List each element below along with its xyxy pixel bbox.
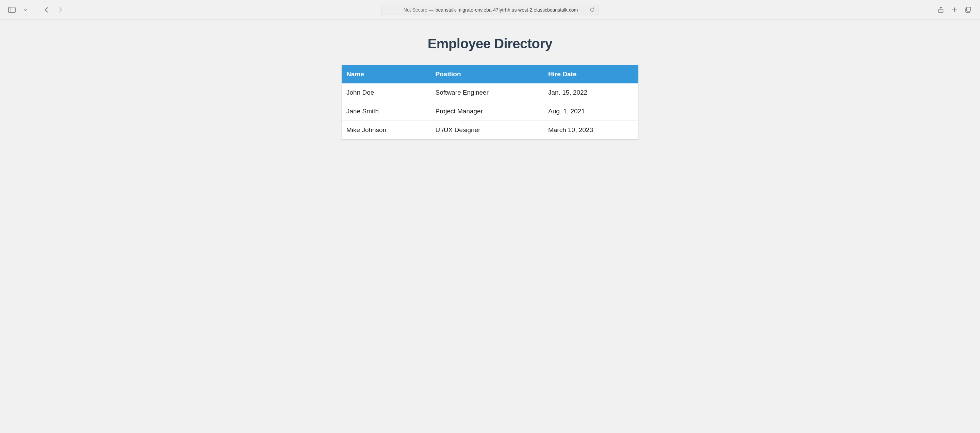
new-tab-button[interactable] xyxy=(949,4,960,16)
employee-table-container: Name Position Hire Date John Doe Softwar… xyxy=(342,65,638,139)
page-title: Employee Directory xyxy=(428,36,553,51)
column-header-name: Name xyxy=(342,65,431,83)
browser-toolbar: Not Secure — beanstalk-migrate-env.eba-4… xyxy=(0,0,980,20)
cell-name: Mike Johnson xyxy=(342,121,431,140)
address-bar[interactable]: Not Secure — beanstalk-migrate-env.eba-4… xyxy=(381,5,599,15)
svg-rect-0 xyxy=(8,7,15,13)
table-row: Mike Johnson UI/UX Designer March 10, 20… xyxy=(342,121,638,140)
tabs-overview-button[interactable] xyxy=(962,4,974,16)
cell-position: Project Manager xyxy=(431,102,543,121)
back-button[interactable] xyxy=(41,4,52,16)
column-header-position: Position xyxy=(431,65,543,83)
forward-button[interactable] xyxy=(54,4,66,16)
cell-name: John Doe xyxy=(342,83,431,102)
table-header-row: Name Position Hire Date xyxy=(342,65,638,83)
toolbar-left xyxy=(6,4,74,16)
reload-button[interactable] xyxy=(588,6,596,14)
column-header-hire-date: Hire Date xyxy=(543,65,638,83)
cell-name: Jane Smith xyxy=(342,102,431,121)
address-text: Not Secure — beanstalk-migrate-env.eba-4… xyxy=(404,7,578,13)
cell-hire-date: Aug. 1, 2021 xyxy=(543,102,638,121)
share-button[interactable] xyxy=(935,4,947,16)
tab-group-menu-button[interactable] xyxy=(20,4,31,16)
cell-position: Software Engineer xyxy=(431,83,543,102)
employee-table: Name Position Hire Date John Doe Softwar… xyxy=(342,65,638,139)
address-host: beanstalk-migrate-env.eba-47fytrhh.us-we… xyxy=(436,7,578,13)
address-security-label: Not Secure — xyxy=(404,7,434,13)
cell-position: UI/UX Designer xyxy=(431,121,543,140)
cell-hire-date: March 10, 2023 xyxy=(543,121,638,140)
page-body: Employee Directory Name Position Hire Da… xyxy=(0,20,980,166)
table-row: John Doe Software Engineer Jan. 15, 2022 xyxy=(342,83,638,102)
sidebar-toggle-button[interactable] xyxy=(6,4,18,16)
table-row: Jane Smith Project Manager Aug. 1, 2021 xyxy=(342,102,638,121)
cell-hire-date: Jan. 15, 2022 xyxy=(543,83,638,102)
svg-rect-6 xyxy=(967,7,971,11)
toolbar-center: Not Secure — beanstalk-migrate-env.eba-4… xyxy=(77,5,903,15)
toolbar-right xyxy=(906,4,974,16)
